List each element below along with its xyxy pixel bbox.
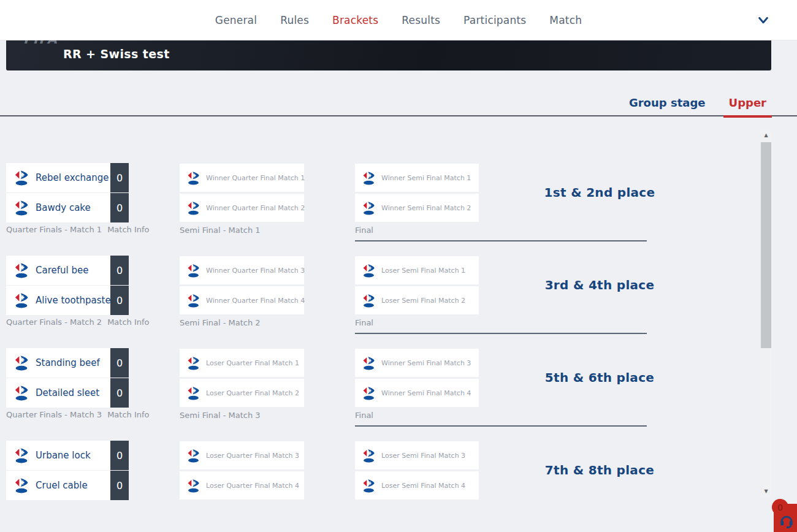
team-row[interactable]: Standing beef 0 [6,348,129,378]
tournament-header: FIFA RR + Swiss test [6,38,771,70]
team-row[interactable]: Loser Semi Final Match 3 [355,441,479,469]
scrollbar-down-arrow[interactable]: ▼ [761,487,771,495]
team-row[interactable]: Winner Semi Final Match 1 [355,164,479,192]
team-logo-icon [186,171,200,185]
team-logo-icon [362,264,376,278]
section-divider [355,425,647,427]
team-row[interactable]: Rebel exchange 0 [6,163,129,192]
section-divider [355,333,647,334]
team-row[interactable]: Cruel cable 0 [6,471,129,500]
tournament-title: RR + Swiss test [63,47,170,61]
team-logo-icon [186,294,200,308]
stage-tabs: Group stage Upper [0,89,797,116]
team-logo-icon [362,479,376,493]
match-info-link[interactable]: Match Info [107,317,149,327]
team-placeholder: Loser Quarter Final Match 2 [206,389,299,397]
chevron-down-icon[interactable] [757,13,770,27]
team-row[interactable]: Loser Quarter Final Match 2 [180,379,304,407]
place-label: 7th & 8th place [483,463,716,477]
match-label: Semi Final - Match 2 [180,318,261,327]
nav-item-results[interactable]: Results [402,14,440,26]
team-logo-icon [186,264,200,278]
headset-icon[interactable] [779,512,795,528]
tab-group-stage[interactable]: Group stage [624,96,711,116]
team-logo-icon [186,201,200,215]
team-logo-icon [13,447,29,463]
team-row[interactable]: Winner Semi Final Match 4 [355,379,479,407]
place-label: 1st & 2nd place [483,185,716,200]
final-match-card: Winner Semi Final Match 3 Winner Semi Fi… [355,349,479,409]
match-label: Final [355,318,373,327]
quarter-final-match-card: Rebel exchange 0 Bawdy cake 0 Quarter Fi… [6,163,129,223]
team-name: Careful bee [36,265,110,276]
semi-final-match-card: Loser Quarter Final Match 3 Loser Quarte… [180,441,304,501]
nav-item-match[interactable]: Match [549,14,582,26]
team-name: Cruel cable [36,480,110,491]
team-row[interactable]: Loser Quarter Final Match 3 [180,441,304,469]
team-placeholder: Loser Semi Final Match 2 [381,297,465,305]
team-row[interactable]: Winner Quarter Final Match 1 [180,164,304,192]
team-score: 0 [110,163,129,192]
team-logo-icon [13,355,29,371]
team-logo-icon [13,477,29,493]
team-row[interactable]: Winner Quarter Final Match 4 [180,286,304,314]
nav-item-rules[interactable]: Rules [280,14,309,26]
team-logo-icon [13,292,29,308]
team-row[interactable]: Urbane lock 0 [6,441,129,470]
team-logo-icon [186,449,200,463]
team-placeholder: Loser Semi Final Match 4 [381,482,465,490]
team-logo-icon [13,262,29,278]
final-match-card: Winner Semi Final Match 1 Winner Semi Fi… [355,164,479,224]
nav-item-general[interactable]: General [215,14,257,26]
team-row[interactable]: Loser Quarter Final Match 1 [180,349,304,377]
team-name: Rebel exchange [36,172,110,183]
team-row[interactable]: Winner Semi Final Match 2 [355,194,479,222]
team-name: Standing beef [36,357,110,368]
place-label: 3rd & 4th place [483,278,716,292]
match-label-text: Quarter Finals - Match 1 [6,225,102,234]
team-placeholder: Winner Semi Final Match 3 [381,359,471,367]
team-score: 0 [110,256,129,285]
match-info-link[interactable]: Match Info [107,225,149,234]
team-logo-icon [186,386,200,400]
match-label: Semi Final - Match 1 [180,226,261,235]
team-logo-icon [362,294,376,308]
team-logo-icon [186,356,200,370]
match-info-link[interactable]: Match Info [107,410,149,419]
quarter-final-match-card: Standing beef 0 Detailed sleet 0 Quarter… [6,348,129,408]
team-row[interactable]: Winner Quarter Final Match 2 [180,194,304,222]
team-row[interactable]: Careful bee 0 [6,256,129,285]
team-logo-icon [13,200,29,216]
team-row[interactable]: Bawdy cake 0 [6,193,129,222]
team-row[interactable]: Detailed sleet 0 [6,378,129,408]
tab-upper[interactable]: Upper [724,96,771,116]
team-row[interactable]: Loser Quarter Final Match 4 [180,471,304,500]
team-logo-icon [362,171,376,185]
team-placeholder: Winner Quarter Final Match 3 [206,267,305,275]
quarter-final-match-card: Urbane lock 0 Cruel cable 0 [6,441,129,501]
team-logo-icon [186,479,200,493]
match-label: Quarter Finals - Match 1Match Info [6,225,150,234]
bracket-area: Rebel exchange 0 Bawdy cake 0 Quarter Fi… [0,129,760,504]
final-match-card: Loser Semi Final Match 3 Loser Semi Fina… [355,441,479,501]
final-match-card: Loser Semi Final Match 1 Loser Semi Fina… [355,256,479,316]
section-divider [355,240,647,241]
match-label: Final [355,411,373,420]
nav-item-brackets[interactable]: Brackets [332,14,378,26]
team-row[interactable]: Loser Semi Final Match 1 [355,256,479,284]
team-row[interactable]: Loser Semi Final Match 2 [355,286,479,314]
team-row[interactable]: Winner Semi Final Match 3 [355,349,479,377]
scrollbar-up-arrow[interactable]: ▲ [761,131,771,139]
nav-item-participants[interactable]: Participants [463,14,526,26]
team-row[interactable]: Winner Quarter Final Match 3 [180,256,304,284]
bracket-section-4: Urbane lock 0 Cruel cable 0 Loser Quarte… [0,441,760,504]
team-placeholder: Winner Semi Final Match 2 [381,204,471,212]
match-label: Semi Final - Match 3 [180,411,261,420]
match-label-text: Quarter Finals - Match 3 [6,410,102,419]
place-label: 5th & 6th place [483,370,716,385]
team-logo-icon [13,170,29,186]
team-row[interactable]: Loser Semi Final Match 4 [355,471,479,500]
scrollbar-thumb[interactable] [761,142,771,348]
team-row[interactable]: Alive toothpaste 0 [6,286,129,315]
team-score: 0 [110,286,129,315]
